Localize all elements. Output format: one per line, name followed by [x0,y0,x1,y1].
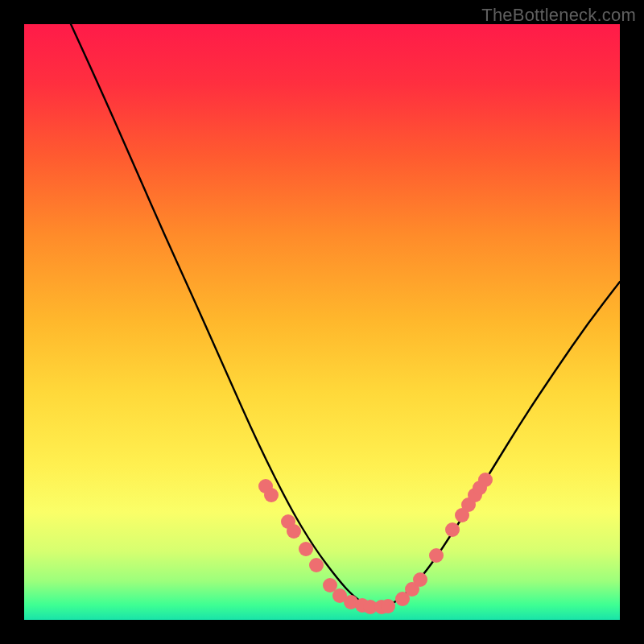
bottleneck-curve [71,24,620,607]
curve-marker [287,524,301,539]
curve-marker [381,599,395,613]
curve-marker [309,558,324,572]
curve-marker [478,473,493,487]
chart-frame: TheBottleneck.com [0,0,644,644]
curve-marker [413,572,427,587]
plot-area [24,24,620,620]
curve-marker [429,548,444,563]
watermark-text: TheBottleneck.com [481,5,636,26]
curve-markers [258,473,493,614]
curve-marker [299,542,313,556]
curve-marker [264,488,279,502]
curve-layer [24,24,620,620]
curve-marker [445,522,460,537]
